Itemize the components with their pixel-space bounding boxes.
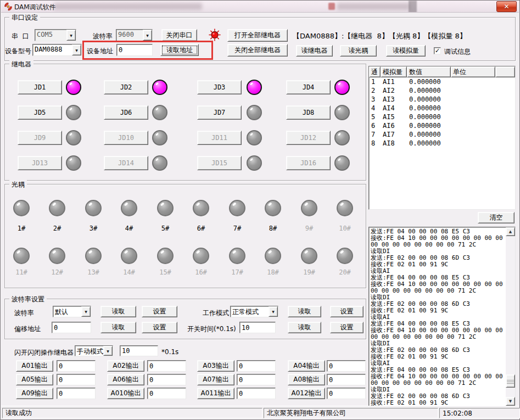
ao-output-button[interactable]: A05输出	[16, 374, 53, 385]
ao-output-button[interactable]: A04输出	[288, 360, 325, 372]
baudrate-read-button[interactable]: 读取	[100, 306, 136, 317]
ao-output-input[interactable]	[147, 388, 186, 399]
scroll-up-icon[interactable]: ▲	[506, 227, 515, 236]
read-opto-button[interactable]: 读光耦	[340, 45, 377, 57]
open-all-relays-button[interactable]: 打开全部继电器	[227, 29, 288, 42]
relay-led	[334, 130, 350, 145]
log-output[interactable]: 发送:FE 04 00 00 00 08 E5 C3 接收:FE 04 10 0…	[368, 227, 516, 406]
ao-output-button[interactable]: A011输出	[197, 388, 234, 399]
column-header[interactable]: 通	[369, 66, 381, 77]
scrollbar-thumb[interactable]	[506, 374, 515, 388]
scroll-down-icon[interactable]: ▼	[506, 397, 515, 406]
relay-button[interactable]: JD3	[197, 80, 242, 94]
opto-led	[121, 248, 137, 264]
ao-output-input[interactable]	[147, 360, 186, 372]
switch-time-read-button[interactable]: 读取	[288, 322, 321, 333]
work-mode-combobox[interactable]: 正常模式 ▼	[230, 306, 278, 317]
offset-read-button[interactable]: 读取	[100, 322, 136, 333]
port-combobox[interactable]: COM5 ▼	[35, 29, 76, 41]
cell-name: AI6	[381, 122, 407, 130]
ao-output-input[interactable]	[57, 374, 96, 385]
debug-info-checkbox[interactable]: ✓	[434, 47, 441, 54]
device-addr-input[interactable]	[116, 44, 153, 56]
relay-button[interactable]: JD7	[197, 105, 242, 120]
ao-output-button[interactable]: A010输出	[107, 388, 144, 399]
opto-led	[13, 248, 30, 264]
baud-settings-group-label: 波特率设置	[9, 295, 47, 304]
column-header[interactable]: 单位	[451, 66, 495, 77]
work-mode-set-button[interactable]: 设置	[330, 306, 364, 317]
ao-output-input[interactable]	[327, 388, 366, 399]
close-all-relays-button[interactable]: 关闭全部继电器	[227, 44, 288, 57]
chevron-down-icon[interactable]: ▼	[103, 346, 113, 356]
ao-output-button[interactable]: A08输出	[288, 374, 325, 385]
opto-led	[13, 200, 30, 216]
relay-button[interactable]: JD6	[104, 105, 148, 120]
relay-button[interactable]: JD8	[286, 105, 331, 120]
ao-output-button[interactable]: A03输出	[197, 360, 234, 372]
close-button[interactable]: ✕	[496, 1, 517, 12]
column-header[interactable]: 数值	[407, 66, 451, 77]
relay-group-label: 继电器	[9, 60, 33, 69]
read-analog-button[interactable]: 读模拟量	[386, 45, 426, 57]
read-addr-button[interactable]: 读取地址	[160, 44, 199, 56]
relay-button[interactable]: JD5	[18, 105, 62, 120]
ao-output-button[interactable]: A012输出	[288, 388, 325, 399]
opto-label: 17#	[225, 268, 250, 276]
chevron-down-icon[interactable]: ▼	[143, 30, 152, 41]
flash-mode-combobox[interactable]: 手动模式 ▼	[75, 345, 113, 356]
ao-output-input[interactable]	[327, 360, 366, 372]
switch-time-input[interactable]	[239, 322, 276, 333]
relay-led	[152, 130, 167, 145]
table-row: 2AI20.000000	[369, 86, 515, 95]
column-header[interactable]	[495, 66, 515, 77]
opto-label: 8#	[260, 225, 286, 232]
relay-led	[66, 155, 81, 171]
offset-set-button[interactable]: 设置	[142, 322, 177, 333]
cell-name: AI2	[381, 87, 407, 94]
ao-output-button[interactable]: A09输出	[16, 388, 53, 399]
device-model-combobox[interactable]: DAM0888 ▼	[32, 44, 82, 56]
flash-time-input[interactable]	[120, 345, 158, 356]
ao-output-button[interactable]: A01输出	[16, 360, 53, 372]
cell-channel: 8	[369, 139, 381, 147]
opto-label: 11#	[9, 268, 34, 276]
baudrate-combobox[interactable]: 默认 ▼	[53, 306, 91, 317]
ao-output-input[interactable]	[237, 360, 276, 372]
ao-output-input[interactable]	[327, 374, 366, 385]
device-info-text: 【DAM0888】:【继电器 8】【光耦 8】【模拟量 8】	[293, 31, 467, 41]
offset-addr-input[interactable]	[52, 322, 91, 333]
cell-value: 0.000000	[407, 113, 451, 121]
relay-button[interactable]: JD4	[286, 80, 331, 94]
ao-output-input[interactable]	[147, 374, 186, 385]
ao-output-input[interactable]	[237, 374, 276, 385]
chevron-down-icon[interactable]: ▼	[269, 306, 278, 317]
work-mode-read-button[interactable]: 读取	[288, 306, 321, 317]
ao-output-button[interactable]: A06输出	[107, 374, 144, 385]
ao-output-button[interactable]: A07输出	[197, 374, 234, 385]
chevron-down-icon[interactable]: ▼	[66, 30, 76, 41]
baudrate-set-button[interactable]: 设置	[142, 306, 177, 317]
close-serial-button[interactable]: 关闭串口	[161, 29, 197, 41]
chevron-down-icon[interactable]: ▼	[72, 44, 81, 55]
column-header[interactable]: 模拟量	[381, 66, 407, 77]
baud-combobox[interactable]: 9600 ▼	[116, 29, 153, 41]
opto-group-label: 光耦	[9, 180, 27, 189]
relay-button[interactable]: JD1	[18, 80, 62, 94]
chevron-down-icon[interactable]: ▼	[81, 306, 91, 317]
cell-channel: 7	[369, 131, 381, 138]
ao-output-input[interactable]	[57, 388, 96, 399]
switch-time-set-button[interactable]: 设置	[330, 322, 364, 333]
clear-log-button[interactable]: 清空	[478, 212, 515, 223]
ao-output-input[interactable]	[237, 388, 276, 399]
log-scrollbar[interactable]: ▲ ▼	[506, 227, 515, 406]
baudrate-value: 默认	[53, 306, 81, 317]
relay-button[interactable]: JD2	[104, 80, 148, 94]
app-window: DAM调试软件 ✕ 串口设定 串 口 COM5 ▼ 波特率 9600 ▼ 关闭串…	[0, 0, 520, 420]
ao-output-input[interactable]	[57, 360, 96, 372]
ao-output-button[interactable]: A02输出	[107, 360, 144, 372]
read-relay-button[interactable]: 读继电器	[296, 45, 333, 57]
cell-value: 0.000000	[407, 104, 451, 112]
titlebar[interactable]: DAM调试软件 ✕	[1, 1, 519, 13]
opto-led	[301, 248, 317, 264]
